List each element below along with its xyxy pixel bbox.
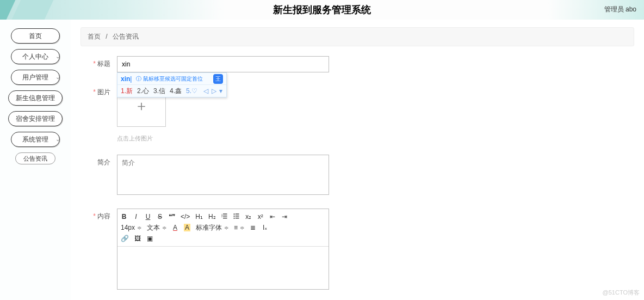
breadcrumb-current: 公告资讯 xyxy=(113,33,139,40)
sidebar-item-students[interactable]: 新生信息管理 xyxy=(0,90,71,106)
italic-button[interactable]: I xyxy=(133,213,139,221)
line-height-button[interactable]: ≣ xyxy=(250,224,256,231)
strike-button[interactable]: S xyxy=(157,213,163,221)
sidebar-item-dorm[interactable]: 宿舍安排管理 xyxy=(0,111,71,126)
app-header: 新生报到服务管理系统 管理员 abo xyxy=(0,0,644,20)
svg-rect-8 xyxy=(235,216,239,216)
plus-icon: ＋ xyxy=(134,96,148,115)
font-size-select[interactable]: 14px xyxy=(121,224,141,231)
chevron-down-icon: ⌄ xyxy=(55,136,60,142)
label-image: *图片 xyxy=(81,84,110,97)
sidebar-item-profile[interactable]: 个人中心⌄ xyxy=(0,49,71,64)
block-select[interactable]: 文本 xyxy=(147,223,166,232)
upload-hint: 点击上传图片 xyxy=(117,134,166,143)
align-button[interactable]: ≡ xyxy=(234,224,244,231)
breadcrumb: 首页 / 公告资讯 xyxy=(81,27,634,46)
quote-button[interactable]: ❝❞ xyxy=(169,213,175,221)
indent-button[interactable]: ⇥ xyxy=(281,213,288,221)
font-family-select[interactable]: 标准字体 xyxy=(196,223,228,232)
rich-text-editor: B I U S ❝❞ </> H₁ H₂ 12 x₂ x² ⇤ xyxy=(117,209,329,290)
main-content: 首页 / 公告资讯 *标题 xin| ⓘ 鼠标移至候选可固定首位 王 1.新 xyxy=(71,20,644,300)
h2-button[interactable]: H₂ xyxy=(208,213,216,221)
ime-input-text: xin xyxy=(121,75,130,83)
label-title: *标题 xyxy=(81,56,110,69)
ime-badge-icon[interactable]: 王 xyxy=(213,74,223,84)
sidebar-item-system[interactable]: 系统管理⌄ xyxy=(0,132,71,147)
h1-button[interactable]: H₁ xyxy=(195,213,203,221)
subscript-button[interactable]: x₂ xyxy=(245,213,252,221)
sidebar: 首页 个人中心⌄ 用户管理⌄ 新生信息管理 宿舍安排管理 系统管理⌄ 公告资讯 xyxy=(0,20,71,300)
breadcrumb-home[interactable]: 首页 xyxy=(88,33,101,40)
watermark: @51CTO博客 xyxy=(603,289,640,297)
svg-rect-3 xyxy=(223,216,227,216)
intro-textarea[interactable] xyxy=(117,155,329,195)
svg-point-9 xyxy=(233,217,234,218)
bg-color-button[interactable]: A xyxy=(184,224,190,231)
svg-point-5 xyxy=(233,213,234,215)
superscript-button[interactable]: x² xyxy=(257,213,264,221)
svg-point-7 xyxy=(233,216,234,217)
outdent-button[interactable]: ⇤ xyxy=(269,213,276,221)
svg-rect-1 xyxy=(223,213,227,214)
ime-popup: xin| ⓘ 鼠标移至候选可固定首位 王 1.新 2.心 3.信 4.鑫 5.♡… xyxy=(117,72,227,97)
sidebar-subitem-news[interactable]: 公告资讯 xyxy=(15,152,55,164)
label-content: *内容 xyxy=(81,209,110,221)
font-color-button[interactable]: A xyxy=(172,224,178,231)
video-button[interactable]: ▣ xyxy=(146,235,153,242)
sidebar-item-users[interactable]: 用户管理⌄ xyxy=(0,70,71,85)
ime-candidates[interactable]: 1.新 2.心 3.信 4.鑫 5.♡ ◁ ▷ ▾ xyxy=(117,85,226,97)
chevron-down-icon: ⌄ xyxy=(55,74,60,80)
underline-button[interactable]: U xyxy=(145,213,151,221)
ordered-list-button[interactable]: 12 xyxy=(221,213,228,221)
ime-hint: ⓘ 鼠标移至候选可固定首位 xyxy=(136,75,211,83)
breadcrumb-sep: / xyxy=(106,33,107,40)
editor-toolbar: B I U S ❝❞ </> H₁ H₂ 12 x₂ x² ⇤ xyxy=(117,209,329,247)
app-title: 新生报到服务管理系统 xyxy=(0,3,644,16)
title-input[interactable] xyxy=(117,56,329,72)
bold-button[interactable]: B xyxy=(121,213,127,221)
svg-rect-6 xyxy=(235,213,239,214)
ime-nav-icon[interactable]: ◁ ▷ ▾ xyxy=(203,87,223,95)
svg-rect-4 xyxy=(223,218,227,218)
chevron-down-icon: ⌄ xyxy=(55,53,60,59)
svg-text:2: 2 xyxy=(221,216,222,218)
editor-body[interactable] xyxy=(117,247,329,289)
image-button[interactable]: 🖼 xyxy=(134,235,141,242)
code-button[interactable]: </> xyxy=(181,213,190,221)
clear-format-button[interactable]: Iₓ xyxy=(262,224,268,231)
label-intro: 简介 xyxy=(81,155,110,167)
sidebar-item-home[interactable]: 首页 xyxy=(0,28,71,44)
unordered-list-button[interactable] xyxy=(233,213,240,221)
svg-rect-10 xyxy=(235,218,239,218)
link-button[interactable]: 🔗 xyxy=(121,235,129,242)
